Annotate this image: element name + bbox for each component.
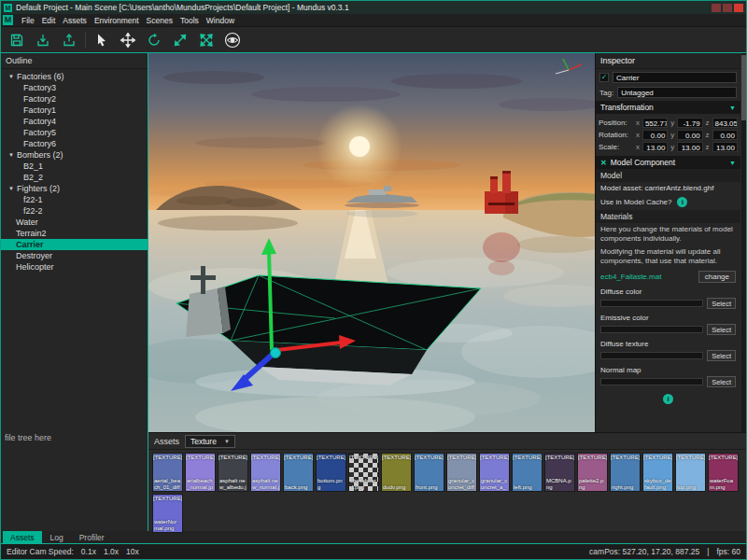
cam-speed-10x[interactable]: 10x [126, 547, 139, 556]
transform-position-y-input[interactable]: -1.79 [677, 118, 702, 128]
entity-active-checkbox[interactable]: ✓ [599, 73, 609, 82]
texture-tile-left-png[interactable]: [TEXTURE]left.png [512, 453, 543, 492]
texture-tile-top-png[interactable]: [TEXTURE]top.png [675, 453, 706, 492]
diffuse-texture-input[interactable] [600, 352, 703, 359]
export-icon[interactable] [59, 30, 79, 50]
texture-tile-asphalt-new-albedo-jpg[interactable]: [TEXTURE]asphalt new_albedo.jpg [218, 453, 248, 492]
texture-tile-mcbna-png[interactable]: [TEXTURE]MCBNA.png [544, 453, 575, 492]
tree-item-factory2[interactable]: Factory2 [1, 93, 148, 105]
tree-item-factories-6[interactable]: ▼Factories (6) [1, 71, 148, 82]
normal-map-select-button[interactable]: Select [707, 376, 736, 387]
texture-tile-back-png[interactable]: [TEXTURE]back.png [283, 453, 314, 492]
texture-tile-waternormal-png[interactable]: [TEXTURE]waterNormal.png [152, 494, 183, 533]
tree-item-water[interactable]: Water [1, 217, 148, 228]
transformation-collapse-icon[interactable]: ▼ [729, 105, 736, 111]
gizmo-center-handle[interactable] [271, 348, 281, 358]
transform-scale-x-input[interactable]: 13.00 [642, 142, 668, 152]
menu-item-window[interactable]: Window [203, 15, 238, 26]
tree-expand-icon[interactable]: ▼ [8, 71, 14, 82]
menu-item-edit[interactable]: Edit [38, 15, 60, 26]
viewport-3d[interactable] [148, 53, 595, 432]
texture-tile-bottom-png[interactable]: [TEXTURE]bottom.png [316, 453, 346, 492]
transform-rotation-z-input[interactable]: 0.00 [712, 130, 738, 140]
remove-component-icon[interactable]: ✕ [600, 159, 607, 167]
normal-map-input[interactable] [600, 378, 703, 385]
tree-item-terrain2[interactable]: Terrain2 [1, 228, 148, 239]
tree-item-factory5[interactable]: Factory5 [1, 127, 148, 138]
texture-tile-skybox-default-png[interactable]: [TEXTURE]skybox_default.png [642, 453, 673, 492]
cam-speed-0-1x[interactable]: 0.1x [81, 547, 96, 556]
tag-input[interactable] [617, 87, 737, 98]
menu-item-file[interactable]: File [18, 15, 38, 26]
tree-item-f22-2[interactable]: f22-2 [1, 205, 148, 217]
transform-position-z-input[interactable]: 843.05 [712, 118, 738, 128]
bottom-tab-assets[interactable]: Assets [3, 531, 42, 543]
tree-item-factory3[interactable]: Factory3 [1, 82, 148, 93]
tree-item-factory6[interactable]: Factory6 [1, 138, 148, 149]
texture-tile-granular-concret-a-nor-gl-1k-jpg[interactable]: [TEXTURE]granular_concret_a_nor_gl_1k.jp… [479, 453, 510, 492]
menu-item-assets[interactable]: Assets [59, 15, 91, 26]
tree-item-helicopter[interactable]: Helicopter [1, 261, 148, 273]
menu-item-tools[interactable]: Tools [176, 15, 203, 26]
tree-item-fighters-2[interactable]: ▼Fighters (2) [1, 183, 148, 194]
menu-item-environment[interactable]: Environment [91, 15, 143, 26]
assets-panel-tab[interactable]: Assets [154, 437, 179, 446]
minimize-button[interactable] [712, 4, 721, 12]
scale-tool-icon[interactable] [170, 30, 190, 50]
tree-item-factory4[interactable]: Factory4 [1, 116, 148, 127]
material-link[interactable]: ecb4_Fallaste.mat [600, 273, 661, 281]
diffuse-color-input[interactable] [600, 300, 703, 307]
texture-tile-chessboard-png[interactable]: [TEXTURE]chessboard.png [348, 453, 379, 492]
select-tool-icon[interactable] [92, 30, 112, 50]
fullscreen-tool-icon[interactable] [196, 30, 217, 50]
texture-tile-palette2-png[interactable]: [TEXTURE]palette2.png [577, 453, 608, 492]
materials-section-label: Materials [596, 210, 740, 223]
bottom-tab-profiler[interactable]: Profiler [72, 531, 112, 543]
texture-tile-arialbeach-normal-jpg[interactable]: [TEXTURE]arialbeach_normal.jpg [185, 453, 216, 492]
transform-scale-z-input[interactable]: 13.00 [712, 142, 738, 152]
menu-item-scenes[interactable]: Scenes [143, 15, 176, 26]
transform-rotation-x-input[interactable]: 0.00 [642, 130, 668, 140]
maximize-button[interactable] [723, 4, 732, 12]
tree-item-destroyer[interactable]: Destroyer [1, 250, 148, 261]
bottom-tab-log[interactable]: Log [43, 531, 71, 543]
tree-item-factory1[interactable]: Factory1 [1, 105, 148, 116]
texture-tile-front-png[interactable]: [TEXTURE]front.png [414, 453, 444, 492]
diffuse-texture-select-button[interactable]: Select [707, 350, 736, 361]
texture-tile-aerial-beach-01-diff-1k-jpg[interactable]: [TEXTURE]aerial_beach_01_diff_1k.jpg [152, 453, 183, 492]
transform-rotation-y-input[interactable]: 0.00 [677, 130, 702, 140]
import-icon[interactable] [33, 30, 53, 50]
tree-item-f22-1[interactable]: f22-1 [1, 194, 148, 205]
diffuse-color-select-button[interactable]: Select [707, 298, 736, 309]
model-component-collapse-icon[interactable]: ▼ [729, 160, 736, 166]
asset-type-dropdown[interactable]: Texture ▼ [185, 435, 235, 448]
texture-tile-asphalt-new-normal-jpg[interactable]: [TEXTURE]asphalt new_normal.jpg [250, 453, 281, 492]
tree-expand-icon[interactable]: ▼ [8, 183, 14, 194]
materials-info-icon[interactable]: i [663, 394, 673, 404]
translate-tool-icon[interactable] [118, 30, 138, 50]
tree-item-b2-2[interactable]: B2_2 [1, 172, 148, 183]
texture-tile-dudv-png[interactable]: [TEXTURE]dudv.png [381, 453, 412, 492]
transform-scale-y-input[interactable]: 13.00 [677, 142, 702, 152]
cam-speed-1-0x[interactable]: 1.0x [104, 547, 119, 556]
rotate-tool-icon[interactable] [144, 30, 164, 50]
model-component-section-header[interactable]: ✕ Model Component ▼ [596, 156, 740, 169]
save-icon[interactable] [7, 30, 27, 50]
transformation-section-header[interactable]: Transformation ▼ [596, 101, 740, 114]
emissive-color-select-button[interactable]: Select [707, 324, 736, 335]
inspector-scrollbar-thumb[interactable] [741, 55, 746, 120]
visibility-tool-icon[interactable] [222, 30, 243, 50]
material-change-button[interactable]: change [698, 271, 736, 283]
model-cache-info-icon[interactable]: i [677, 197, 687, 207]
emissive-color-input[interactable] [600, 326, 703, 333]
entity-name-input[interactable] [613, 72, 737, 83]
transform-position-x-input[interactable]: 552.77 [642, 118, 668, 128]
tree-item-b2-1[interactable]: B2_1 [1, 161, 148, 172]
texture-tile-waterfoam-png[interactable]: [TEXTURE]waterFoam.png [708, 453, 739, 492]
tree-expand-icon[interactable]: ▼ [8, 149, 14, 161]
close-button[interactable] [734, 4, 743, 12]
texture-tile-right-png[interactable]: [TEXTURE]right.png [610, 453, 641, 492]
tree-item-bombers-2[interactable]: ▼Bombers (2) [1, 149, 148, 161]
tree-item-carrier[interactable]: Carrier [1, 239, 148, 250]
texture-tile-granular-concret-diff-1k-jpg[interactable]: [TEXTURE]granular_concret_diff_1k.jpg [446, 453, 477, 492]
